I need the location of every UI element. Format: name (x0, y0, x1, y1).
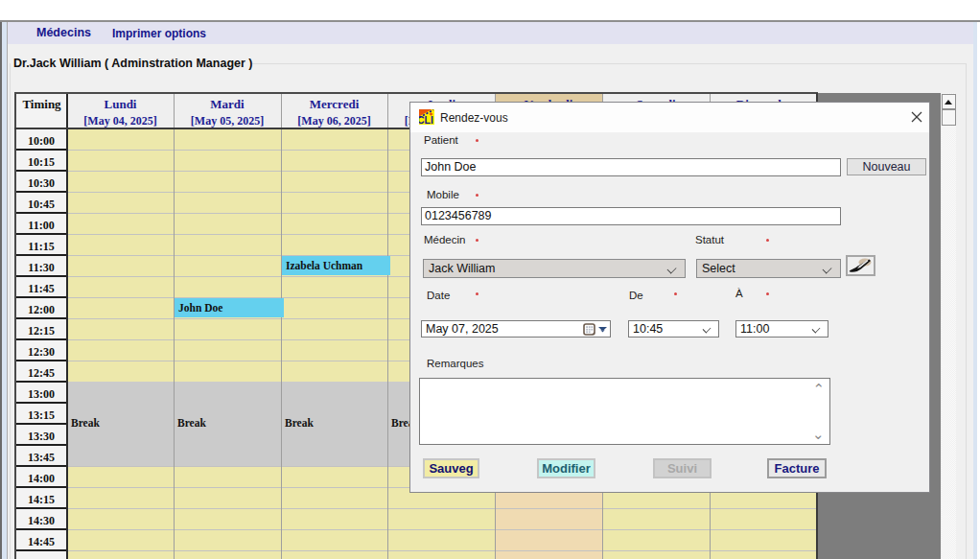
svg-text:CLI: CLI (419, 114, 433, 125)
